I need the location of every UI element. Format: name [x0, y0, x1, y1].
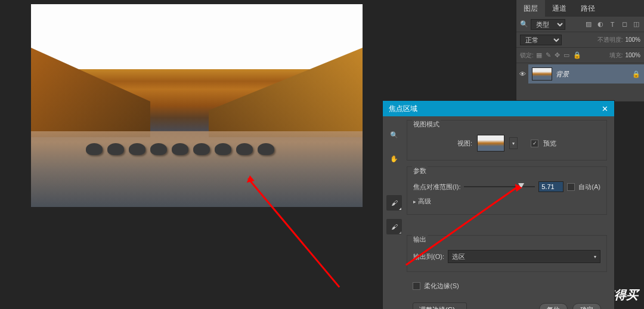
soften-edges-label: 柔化边缘(S) — [424, 282, 459, 291]
opacity-value[interactable]: 100% — [625, 36, 640, 43]
zoom-tool-icon[interactable]: 🔍 — [386, 127, 402, 143]
filter-adjust-icon[interactable]: ◐ — [596, 20, 605, 29]
lock-artboard-icon[interactable]: ▭ — [564, 51, 569, 59]
view-label: 视图: — [457, 139, 472, 148]
lock-brush-icon[interactable]: ✎ — [546, 51, 551, 59]
dialog-titlebar[interactable]: 焦点区域 ✕ — [383, 101, 614, 116]
filter-type-select[interactable]: 类型 — [531, 19, 565, 30]
layers-panel: 图层 通道 路径 🔍 类型 ▨ ◐ T ◻ ◫ 正常 不透明度: 100% 锁定… — [516, 0, 644, 101]
add-brush-tool-icon[interactable]: 🖌 — [386, 195, 402, 211]
filter-image-icon[interactable]: ▨ — [584, 20, 593, 29]
view-thumbnail[interactable] — [477, 135, 504, 152]
filter-shape-icon[interactable]: ◻ — [620, 20, 628, 29]
view-mode-label: 视图模式 — [412, 120, 441, 129]
lock-label: 锁定: — [520, 51, 534, 60]
params-label: 参数 — [412, 166, 428, 175]
output-select[interactable]: 选区 ▾ — [448, 250, 600, 263]
focus-area-dialog: 焦点区域 ✕ 🔍 ✋ 🖌 🖌 视图模式 视图: ▾ ✓ 预览 — [382, 100, 615, 309]
tab-channels[interactable]: 通道 — [545, 0, 574, 17]
blend-mode-select[interactable]: 正常 — [520, 35, 562, 45]
ok-button[interactable]: 确定 — [572, 303, 601, 309]
dialog-title-text: 焦点区域 — [389, 104, 417, 114]
lock-pixels-icon[interactable]: ▦ — [536, 51, 542, 59]
chevron-down-icon: ▾ — [594, 254, 596, 259]
layer-visibility-toggle[interactable]: 👁 — [516, 70, 528, 78]
layer-row-background[interactable]: 背景 🔒 — [528, 64, 644, 84]
focus-range-label: 焦点对准范围(I): — [413, 183, 460, 191]
params-group: 参数 焦点对准范围(I): 自动(A) 高级 — [407, 166, 607, 215]
preview-checkbox[interactable]: ✓ — [531, 140, 538, 147]
dialog-tool-column: 🔍 ✋ 🖌 🖌 — [385, 120, 403, 309]
auto-label: 自动(A) — [578, 183, 600, 191]
advanced-expander[interactable]: 高级 — [407, 194, 606, 208]
refine-edge-button[interactable]: 调整边缘(G)... — [413, 302, 467, 309]
subtract-brush-tool-icon[interactable]: 🖌 — [386, 219, 402, 234]
lock-position-icon[interactable]: ✥ — [555, 51, 560, 59]
image-content — [83, 143, 310, 179]
tab-paths[interactable]: 路径 — [574, 0, 602, 17]
search-icon: 🔍 — [520, 20, 528, 28]
opacity-label: 不透明度: — [597, 36, 623, 44]
fill-value[interactable]: 100% — [625, 52, 640, 58]
focus-range-slider[interactable] — [464, 183, 535, 191]
fill-label: 填充: — [609, 51, 623, 60]
lock-icon: 🔒 — [632, 70, 640, 78]
reset-button[interactable]: 复位 — [539, 303, 568, 309]
tab-layers[interactable]: 图层 — [516, 0, 545, 17]
output-group: 输出 输出到(O): 选区 ▾ — [407, 235, 607, 272]
auto-checkbox[interactable] — [567, 183, 575, 191]
view-dropdown-icon[interactable]: ▾ — [509, 137, 518, 149]
close-icon[interactable]: ✕ — [602, 104, 608, 113]
focus-range-input[interactable] — [538, 181, 564, 192]
hand-tool-icon[interactable]: ✋ — [386, 151, 402, 166]
layer-name[interactable]: 背景 — [556, 70, 628, 79]
panel-tabs: 图层 通道 路径 — [516, 0, 644, 17]
output-label: 输出 — [412, 235, 428, 244]
lock-all-icon[interactable]: 🔒 — [573, 51, 581, 59]
filter-text-icon[interactable]: T — [608, 20, 617, 29]
layer-thumbnail[interactable] — [532, 67, 552, 81]
filter-smart-icon[interactable]: ◫ — [632, 20, 640, 29]
view-mode-group: 视图模式 视图: ▾ ✓ 预览 — [407, 120, 607, 160]
preview-label: 预览 — [543, 139, 556, 148]
soften-edges-checkbox[interactable] — [413, 282, 420, 290]
